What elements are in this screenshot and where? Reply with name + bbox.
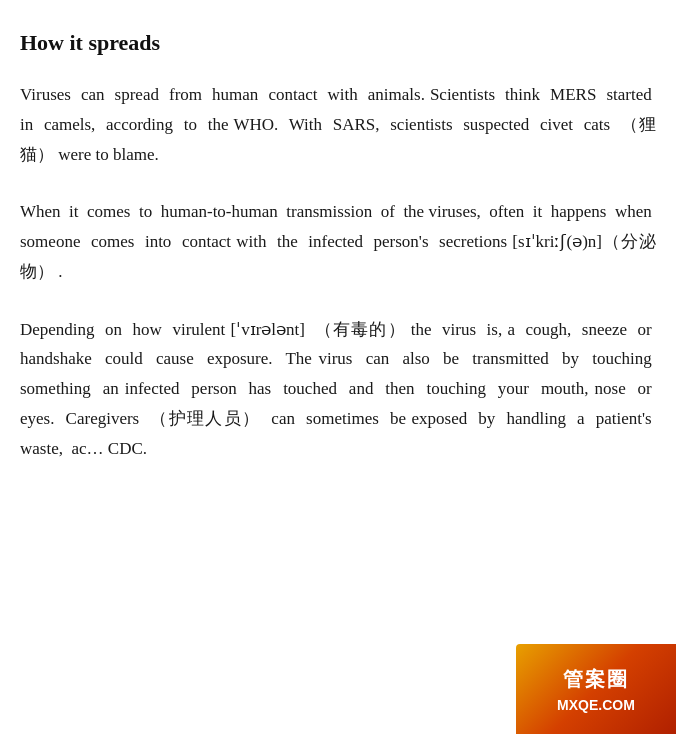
paragraph-2: When it comes to human-to-human transmis… (20, 197, 656, 286)
section-title: How it spreads (20, 30, 656, 56)
paragraph-3: Depending on how virulent [ˈvɪrələnt] （有… (20, 315, 656, 464)
paragraph-1: Viruses can spread from human contact wi… (20, 80, 656, 169)
watermark-url: MXQE.COM (557, 697, 635, 713)
watermark-chinese: 管案圈 (563, 666, 629, 693)
watermark: 管案圈 MXQE.COM (516, 644, 676, 734)
content-wrapper: How it spreads Viruses can spread from h… (0, 0, 676, 511)
